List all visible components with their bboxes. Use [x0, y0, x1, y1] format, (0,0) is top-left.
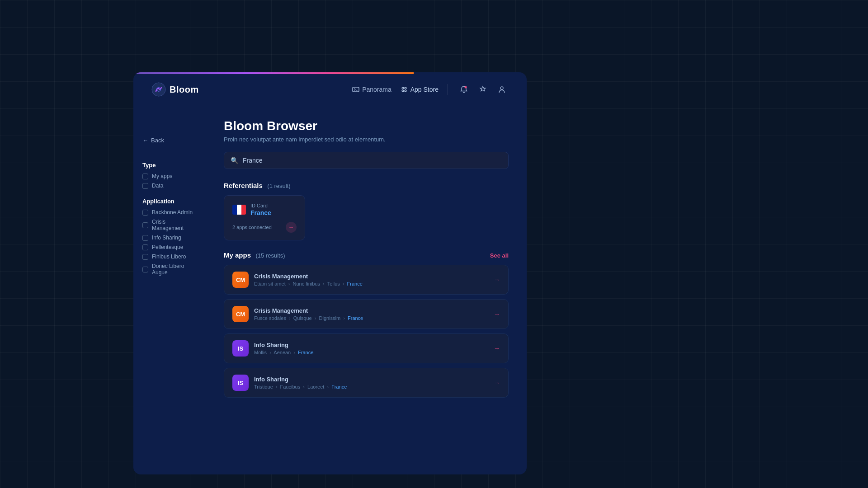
app-list: CM Crisis Management Etiam sit amet › Nu…: [224, 265, 509, 398]
filter-crisis[interactable]: Crisis Management: [142, 219, 197, 231]
page-title: Bloom Browser: [224, 119, 509, 133]
path-seg: Aenean: [274, 350, 291, 355]
path-highlight: France: [331, 384, 347, 389]
svg-point-5: [402, 90, 404, 92]
referentials-title: Referentials: [224, 182, 263, 189]
app-info-2: Crisis Management Fusce sodales › Quisqu…: [254, 307, 363, 321]
myapps-count: (15 results): [255, 252, 285, 259]
filter-data[interactable]: Data: [142, 183, 197, 189]
app-store-icon: [401, 86, 408, 93]
page-subtitle: Proin nec volutpat ante nam imperdiet se…: [224, 136, 509, 143]
checkbox-info[interactable]: [142, 235, 148, 241]
filter-donec-label: Donec Libero Augue: [152, 263, 197, 276]
search-icon: 🔍: [231, 157, 238, 164]
flag-red: [241, 205, 246, 215]
path-seg: Nunc finibus: [292, 281, 320, 286]
header-icons: [457, 83, 509, 96]
france-flag: [232, 205, 246, 215]
path-seg: Tellus: [327, 281, 340, 286]
checkbox-data[interactable]: [142, 183, 148, 189]
app-path-4: Tristique › Faucibus › Laoreet › France: [254, 384, 347, 389]
ref-card-footer: 2 apps connected →: [232, 222, 297, 233]
application-filter-title: Application: [142, 198, 197, 205]
app-path-1: Etiam sit amet › Nunc finibus › Tellus ›…: [254, 281, 363, 286]
nav-divider: [448, 84, 448, 95]
main-content: Bloom Browser Proin nec volutpat ante na…: [206, 105, 527, 474]
app-name-4: Info Sharing: [254, 376, 347, 383]
svg-point-4: [405, 87, 406, 89]
app-info-1: Crisis Management Etiam sit amet › Nunc …: [254, 273, 363, 286]
ref-arrow-button[interactable]: →: [286, 222, 297, 233]
filter-info-label: Info Sharing: [152, 235, 181, 241]
referentials-title-group: Referentials (1 result): [224, 182, 291, 190]
svg-point-8: [500, 87, 503, 89]
referentials-section-header: Referentials (1 result): [224, 182, 509, 190]
app-item-4[interactable]: IS Info Sharing Tristique › Faucibus › L…: [224, 368, 509, 398]
user-button[interactable]: [495, 83, 509, 96]
path-seg: Mollis: [254, 350, 267, 355]
nav-app-store[interactable]: App Store: [401, 86, 439, 93]
myapps-title-group: My apps (15 results): [224, 251, 285, 259]
svg-point-6: [405, 90, 406, 92]
sidebar: ← Back Type My apps Data Application B: [133, 105, 206, 474]
filter-finibus[interactable]: Finibus Libero: [142, 253, 197, 260]
back-label: Back: [151, 137, 164, 144]
app-arrow-3: →: [494, 345, 500, 352]
app-name-3: Info Sharing: [254, 342, 313, 348]
path-seg: Fusce sodales: [254, 315, 286, 321]
checkbox-crisis[interactable]: [142, 222, 148, 228]
app-item-2-left: CM Crisis Management Fusce sodales › Qui…: [232, 306, 363, 322]
header: Bloom Panorama App Store: [133, 74, 527, 105]
app-item-3[interactable]: IS Info Sharing Mollis › Aenean › France: [224, 333, 509, 363]
app-arrow-2: →: [494, 310, 500, 318]
nav-panorama[interactable]: Panorama: [352, 86, 392, 93]
path-seg: Laoreet: [307, 384, 324, 389]
svg-point-7: [465, 86, 467, 89]
filter-myapps[interactable]: My apps: [142, 173, 197, 179]
search-box[interactable]: 🔍: [224, 152, 509, 169]
app-item-2[interactable]: CM Crisis Management Fusce sodales › Qui…: [224, 299, 509, 329]
app-arrow-1: →: [494, 276, 500, 283]
referentials-count: (1 result): [267, 183, 290, 189]
checkbox-myapps[interactable]: [142, 174, 148, 179]
path-seg: Quisque: [293, 315, 312, 321]
content-area: ← Back Type My apps Data Application B: [133, 105, 527, 474]
referential-card-france[interactable]: ID Card France 2 apps connected →: [224, 195, 305, 240]
svg-rect-2: [353, 87, 359, 92]
filter-info[interactable]: Info Sharing: [142, 235, 197, 241]
path-highlight: France: [347, 281, 363, 286]
app-avatar-3: IS: [232, 340, 249, 357]
application-filter-section: Application Backbone Admin Crisis Manage…: [142, 198, 197, 276]
filter-data-label: Data: [152, 183, 163, 189]
filter-donec[interactable]: Donec Libero Augue: [142, 263, 197, 276]
filter-backbone[interactable]: Backbone Admin: [142, 209, 197, 216]
checkbox-pellentesque[interactable]: [142, 244, 148, 250]
app-path-2: Fusce sodales › Quisque › Dignissim › Fr…: [254, 315, 363, 321]
app-name-2: Crisis Management: [254, 307, 363, 314]
logo[interactable]: Bloom: [151, 82, 199, 97]
path-seg: Dignissim: [319, 315, 341, 321]
checkbox-finibus[interactable]: [142, 254, 148, 260]
filter-backbone-label: Backbone Admin: [152, 209, 193, 216]
app-info-3: Info Sharing Mollis › Aenean › France: [254, 342, 313, 355]
app-item-1[interactable]: CM Crisis Management Etiam sit amet › Nu…: [224, 265, 509, 295]
filter-pellentesque[interactable]: Pellentesque: [142, 244, 197, 250]
app-item-1-left: CM Crisis Management Etiam sit amet › Nu…: [232, 272, 363, 288]
myapps-title: My apps: [224, 251, 251, 259]
ref-name: France: [250, 209, 297, 216]
path-seg: Tristique: [254, 384, 273, 389]
type-filter-title: Type: [142, 162, 197, 169]
checkbox-backbone[interactable]: [142, 210, 148, 216]
panorama-label: Panorama: [362, 86, 392, 93]
flag-white: [237, 205, 241, 215]
bell-button[interactable]: [457, 83, 471, 96]
path-highlight: France: [298, 350, 313, 355]
search-input[interactable]: [243, 157, 502, 164]
back-arrow-icon: ←: [142, 137, 148, 144]
star-button[interactable]: [476, 83, 490, 96]
see-all-button[interactable]: See all: [490, 252, 509, 259]
path-highlight: France: [348, 315, 363, 321]
checkbox-donec[interactable]: [142, 267, 148, 272]
back-link[interactable]: ← Back: [142, 137, 197, 144]
main-window: Bloom Panorama App Store: [133, 72, 527, 474]
